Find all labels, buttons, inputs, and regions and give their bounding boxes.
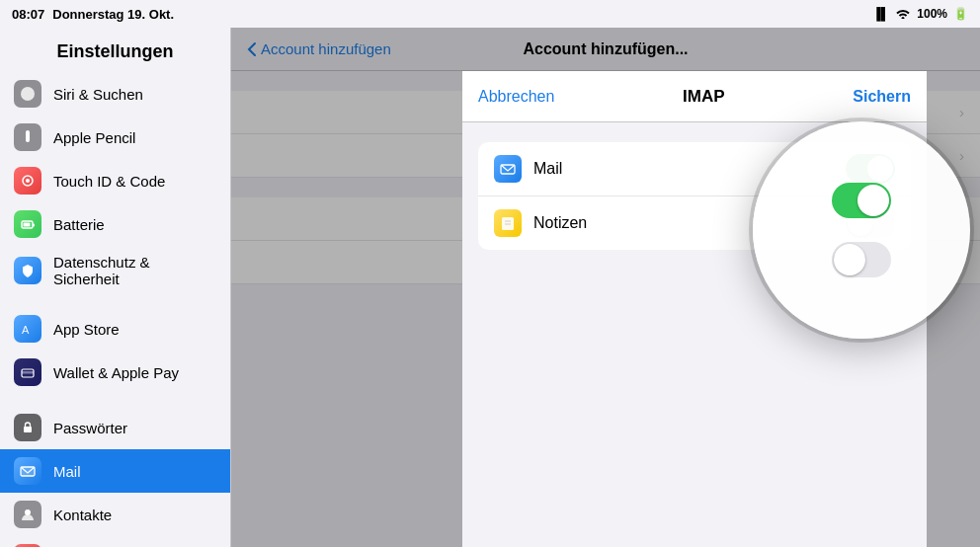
wallet-icon <box>14 358 41 386</box>
svg-rect-1 <box>26 130 30 142</box>
right-panel: Account hinzufügen Account hinzufügen...… <box>231 28 980 547</box>
sidebar-item-touchid[interactable]: Touch ID & Code <box>0 159 230 202</box>
mail-row-icon <box>494 155 522 183</box>
notizen-row-icon <box>494 209 522 237</box>
battery-icon: 🔋 <box>953 7 968 21</box>
time: 08:07 <box>12 7 44 22</box>
sidebar-item-applepencil[interactable]: Apple Pencil <box>0 116 230 159</box>
sidebar-item-datenschutz[interactable]: Datenschutz & Sicherheit <box>0 246 230 295</box>
svg-rect-9 <box>22 371 34 374</box>
sidebar-item-batterie[interactable]: Batterie <box>0 202 230 246</box>
mail-icon <box>14 457 41 485</box>
sidebar: Einstellungen Siri & Suchen Apple Pencil <box>0 28 231 547</box>
sidebar-item-wallet[interactable]: Wallet & Apple Pay <box>0 351 230 394</box>
main-layout: Einstellungen Siri & Suchen Apple Pencil <box>0 28 980 547</box>
kontakte-icon <box>14 501 41 528</box>
sidebar-item-siri[interactable]: Siri & Suchen <box>0 72 230 116</box>
batterie-icon <box>14 210 41 238</box>
appstore-label: App Store <box>53 321 120 338</box>
passwoerter-label: Passwörter <box>53 420 127 436</box>
date: Donnerstag 19. Okt. <box>52 7 174 22</box>
appstore-icon: A <box>14 315 41 343</box>
applepencil-icon <box>14 123 41 151</box>
modal-nav: Abbrechen IMAP Sichern <box>462 71 927 122</box>
mail-label: Mail <box>53 463 81 480</box>
sidebar-item-passwoerter[interactable]: Passwörter <box>0 406 230 449</box>
touchid-label: Touch ID & Code <box>53 173 165 190</box>
svg-rect-5 <box>33 224 35 227</box>
mail-row-label: Mail <box>533 160 562 178</box>
cancel-button[interactable]: Abbrechen <box>478 88 554 106</box>
svg-rect-6 <box>24 223 31 227</box>
spotlight-mail-toggle[interactable] <box>832 183 891 218</box>
save-button[interactable]: Sichern <box>853 88 911 106</box>
svg-point-0 <box>21 87 35 101</box>
modal-title: IMAP <box>683 87 725 107</box>
sidebar-item-appstore[interactable]: A App Store <box>0 307 230 351</box>
datenschutz-label: Datenschutz & Sicherheit <box>53 254 216 287</box>
status-bar: 08:07 Donnerstag 19. Okt. ▐▌ 100% 🔋 <box>0 0 980 28</box>
svg-rect-10 <box>24 427 32 432</box>
datenschutz-icon <box>14 257 41 284</box>
applepencil-label: Apple Pencil <box>53 129 135 146</box>
siri-label: Siri & Suchen <box>53 86 143 103</box>
sidebar-item-kontakte[interactable]: Kontakte <box>0 493 230 536</box>
signal-icon: ▐▌ <box>872 7 889 21</box>
touchid-icon <box>14 167 41 195</box>
svg-point-3 <box>26 179 30 183</box>
kontakte-label: Kontakte <box>53 507 112 523</box>
wallet-label: Wallet & Apple Pay <box>53 364 179 381</box>
spotlight-circle <box>753 121 970 339</box>
batterie-label: Batterie <box>53 216 105 233</box>
svg-text:A: A <box>22 324 30 336</box>
sidebar-item-mail[interactable]: Mail <box>0 449 230 493</box>
battery-label: 100% <box>917 7 947 21</box>
sidebar-items: Siri & Suchen Apple Pencil Touch ID & Co… <box>0 72 230 547</box>
sidebar-item-kalender[interactable]: Kalender <box>0 536 230 547</box>
wifi-icon <box>895 7 911 22</box>
spotlight-notizen-toggle[interactable] <box>832 242 891 277</box>
passwoerter-icon <box>14 414 41 441</box>
sidebar-title: Einstellungen <box>0 28 230 72</box>
notizen-row-label: Notizen <box>533 214 587 232</box>
siri-icon <box>14 80 41 108</box>
